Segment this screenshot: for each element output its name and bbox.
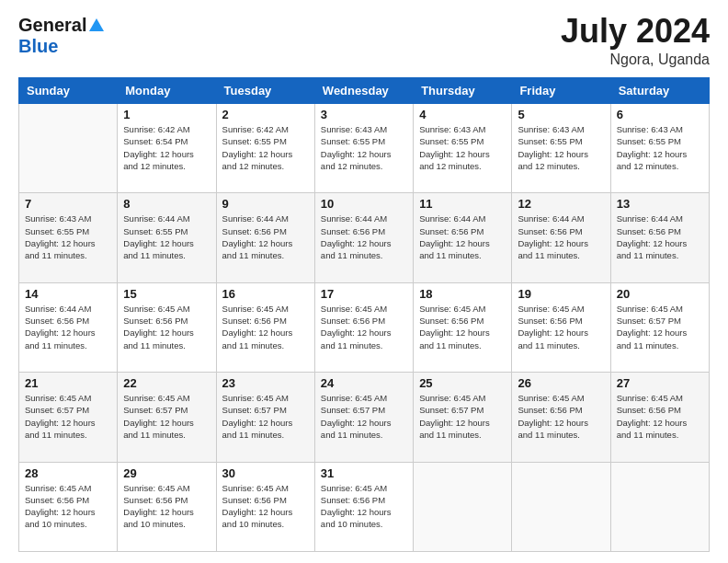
day-number: 13 [617,197,703,211]
calendar-day-cell: 29Sunrise: 6:45 AMSunset: 6:56 PMDayligh… [118,462,216,551]
header-friday: Friday [512,78,610,104]
day-info: Sunrise: 6:45 AMSunset: 6:56 PMDaylight:… [25,482,111,531]
day-number: 20 [617,287,703,301]
day-info: Sunrise: 6:45 AMSunset: 6:57 PMDaylight:… [419,392,506,441]
day-number: 11 [419,197,506,211]
day-number: 28 [25,466,111,480]
day-number: 21 [25,376,111,390]
calendar-day-cell: 23Sunrise: 6:45 AMSunset: 6:57 PMDayligh… [216,373,314,462]
day-number: 26 [518,376,604,390]
day-number: 22 [123,376,210,390]
calendar-day-cell [512,462,610,551]
calendar-day-cell: 30Sunrise: 6:45 AMSunset: 6:56 PMDayligh… [216,462,314,551]
day-info: Sunrise: 6:44 AMSunset: 6:55 PMDaylight:… [123,213,210,261]
day-info: Sunrise: 6:45 AMSunset: 6:57 PMDaylight:… [321,392,407,441]
day-number: 3 [321,108,407,121]
day-info: Sunrise: 6:44 AMSunset: 6:56 PMDaylight:… [617,213,703,261]
day-number: 12 [518,197,604,211]
day-number: 23 [222,376,309,390]
day-number: 31 [321,466,407,480]
day-info: Sunrise: 6:45 AMSunset: 6:56 PMDaylight:… [123,482,210,531]
calendar-day-cell [610,462,709,551]
calendar-week-row: 14Sunrise: 6:44 AMSunset: 6:56 PMDayligh… [19,282,710,372]
calendar-day-cell [414,462,512,551]
day-info: Sunrise: 6:43 AMSunset: 6:55 PMDaylight:… [321,123,407,172]
day-number: 5 [518,108,604,121]
calendar-day-cell: 9Sunrise: 6:44 AMSunset: 6:56 PMDaylight… [216,193,314,282]
day-number: 14 [25,287,111,301]
header-sunday: Sunday [19,78,118,104]
calendar-day-cell: 17Sunrise: 6:45 AMSunset: 6:56 PMDayligh… [314,282,413,372]
calendar-day-cell: 12Sunrise: 6:44 AMSunset: 6:56 PMDayligh… [512,193,610,282]
day-info: Sunrise: 6:45 AMSunset: 6:57 PMDaylight:… [123,392,210,441]
month-title: July 2024 [561,15,710,48]
day-number: 4 [419,108,506,121]
calendar-day-cell: 6Sunrise: 6:43 AMSunset: 6:55 PMDaylight… [610,104,709,193]
day-info: Sunrise: 6:44 AMSunset: 6:56 PMDaylight:… [25,303,111,351]
day-info: Sunrise: 6:45 AMSunset: 6:57 PMDaylight:… [25,392,111,441]
calendar-week-row: 28Sunrise: 6:45 AMSunset: 6:56 PMDayligh… [19,462,710,551]
day-info: Sunrise: 6:43 AMSunset: 6:55 PMDaylight:… [617,123,703,172]
calendar-day-cell: 10Sunrise: 6:44 AMSunset: 6:56 PMDayligh… [314,193,413,282]
day-info: Sunrise: 6:44 AMSunset: 6:56 PMDaylight:… [321,213,407,261]
day-number: 7 [25,197,111,211]
day-info: Sunrise: 6:43 AMSunset: 6:55 PMDaylight:… [518,123,604,172]
calendar-day-cell: 18Sunrise: 6:45 AMSunset: 6:56 PMDayligh… [414,282,512,372]
day-number: 17 [321,287,407,301]
day-number: 30 [222,466,309,480]
day-number: 29 [123,466,210,480]
day-number: 24 [321,376,407,390]
calendar-day-cell: 16Sunrise: 6:45 AMSunset: 6:56 PMDayligh… [216,282,314,372]
day-info: Sunrise: 6:44 AMSunset: 6:56 PMDaylight:… [222,213,309,261]
calendar-day-cell: 14Sunrise: 6:44 AMSunset: 6:56 PMDayligh… [19,282,118,372]
day-number: 25 [419,376,506,390]
location-text: Ngora, Uganda [561,52,710,68]
day-info: Sunrise: 6:42 AMSunset: 6:54 PMDaylight:… [123,123,210,172]
title-section: July 2024 Ngora, Uganda [561,15,710,68]
day-info: Sunrise: 6:45 AMSunset: 6:56 PMDaylight:… [518,303,604,351]
day-info: Sunrise: 6:45 AMSunset: 6:57 PMDaylight:… [617,303,703,351]
day-number: 27 [617,376,703,390]
calendar-day-cell: 13Sunrise: 6:44 AMSunset: 6:56 PMDayligh… [610,193,709,282]
calendar-day-cell: 4Sunrise: 6:43 AMSunset: 6:55 PMDaylight… [414,104,512,193]
calendar-week-row: 1Sunrise: 6:42 AMSunset: 6:54 PMDaylight… [19,104,710,193]
calendar-day-cell: 27Sunrise: 6:45 AMSunset: 6:56 PMDayligh… [610,373,709,462]
day-number: 6 [617,108,703,121]
day-number: 8 [123,197,210,211]
calendar-day-cell: 26Sunrise: 6:45 AMSunset: 6:56 PMDayligh… [512,373,610,462]
calendar-day-cell: 7Sunrise: 6:43 AMSunset: 6:55 PMDaylight… [19,193,118,282]
day-info: Sunrise: 6:43 AMSunset: 6:55 PMDaylight:… [419,123,506,172]
day-info: Sunrise: 6:45 AMSunset: 6:56 PMDaylight:… [222,303,309,351]
day-info: Sunrise: 6:45 AMSunset: 6:57 PMDaylight:… [222,392,309,441]
calendar-day-cell [19,104,118,193]
calendar-day-cell: 20Sunrise: 6:45 AMSunset: 6:57 PMDayligh… [610,282,709,372]
header-saturday: Saturday [610,78,709,104]
logo: General Blue [18,15,104,57]
logo-blue-text: Blue [18,36,104,57]
calendar-day-cell: 15Sunrise: 6:45 AMSunset: 6:56 PMDayligh… [118,282,216,372]
calendar-day-cell: 24Sunrise: 6:45 AMSunset: 6:57 PMDayligh… [314,373,413,462]
day-info: Sunrise: 6:45 AMSunset: 6:56 PMDaylight:… [123,303,210,351]
day-number: 2 [222,108,309,121]
day-info: Sunrise: 6:44 AMSunset: 6:56 PMDaylight:… [419,213,506,261]
calendar-day-cell: 19Sunrise: 6:45 AMSunset: 6:56 PMDayligh… [512,282,610,372]
day-number: 16 [222,287,309,301]
page-header: General Blue July 2024 Ngora, Uganda [18,15,710,68]
calendar-page: General Blue July 2024 Ngora, Uganda Sun… [0,0,728,563]
day-info: Sunrise: 6:44 AMSunset: 6:56 PMDaylight:… [518,213,604,261]
calendar-day-cell: 21Sunrise: 6:45 AMSunset: 6:57 PMDayligh… [19,373,118,462]
logo-triangle-icon [89,18,104,31]
calendar-day-cell: 22Sunrise: 6:45 AMSunset: 6:57 PMDayligh… [118,373,216,462]
header-wednesday: Wednesday [314,78,413,104]
day-number: 9 [222,197,309,211]
header-tuesday: Tuesday [216,78,314,104]
header-thursday: Thursday [414,78,512,104]
calendar-day-cell: 2Sunrise: 6:42 AMSunset: 6:55 PMDaylight… [216,104,314,193]
day-info: Sunrise: 6:45 AMSunset: 6:56 PMDaylight:… [321,303,407,351]
calendar-day-cell: 3Sunrise: 6:43 AMSunset: 6:55 PMDaylight… [314,104,413,193]
day-info: Sunrise: 6:42 AMSunset: 6:55 PMDaylight:… [222,123,309,172]
day-number: 19 [518,287,604,301]
calendar-week-row: 21Sunrise: 6:45 AMSunset: 6:57 PMDayligh… [19,373,710,462]
calendar-day-cell: 28Sunrise: 6:45 AMSunset: 6:56 PMDayligh… [19,462,118,551]
calendar-week-row: 7Sunrise: 6:43 AMSunset: 6:55 PMDaylight… [19,193,710,282]
